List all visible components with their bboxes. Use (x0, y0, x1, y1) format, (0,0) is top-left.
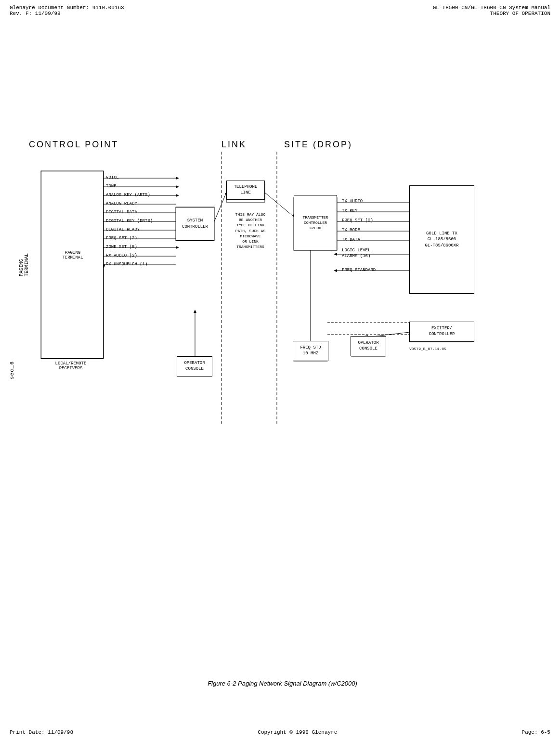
svg-marker-54 (194, 310, 196, 313)
header-doc-number: Glenayre Document Number: 9110.00163 (10, 5, 124, 11)
gold-line-tx-label: GOLD LINE TXGL-185/8600GL-T85/8600XR (425, 231, 458, 249)
signal-rx-unsquelch: RX UNSQUELCH (1) (106, 262, 147, 267)
transmitter-controller-box: TRANSMITTERCONTROLLERC2000 (294, 195, 337, 250)
header-rev: Rev. F: 11/09/98 (10, 11, 124, 16)
footer-copyright: Copyright © 1998 Glenayre (258, 729, 337, 735)
signal-tx-key: TX KEY (342, 208, 357, 213)
system-controller-label: SYSTEMCONTROLLER (182, 218, 208, 230)
gold-line-tx-box: GOLD LINE TXGL-185/8600GL-T85/8600XR (409, 185, 474, 294)
paging-terminal-box: PAGINGTERMINAL (41, 171, 104, 359)
header-section: THEORY OF OPERATION (433, 11, 550, 16)
signal-freq-set: FREQ SET (2) (106, 236, 137, 241)
footer-page: Page: 6-5 (522, 729, 550, 735)
version-label: V0579_B_97.11.05 (409, 347, 446, 351)
signal-freq-set-2: FREQ SET (2) (342, 218, 373, 223)
svg-marker-16 (176, 185, 179, 188)
signal-rx-audio: RX AUDIO (2) (106, 253, 137, 258)
svg-marker-18 (176, 194, 179, 197)
paging-terminal-label: PAGINGTERMINAL (19, 253, 29, 276)
exciter-controller-label: EXCITER/CONTROLLER (429, 326, 455, 337)
svg-marker-30 (176, 246, 179, 249)
operator-console-site-label: OPERATORCONSOLE (358, 340, 378, 351)
signal-tone: TONE (106, 184, 117, 189)
signal-tx-audio: TX AUDIO (342, 199, 363, 204)
transmitter-controller-label: TRANSMITTERCONTROLLERC2000 (303, 215, 328, 231)
footer-print-date: Print Date: 11/09/98 (10, 729, 73, 735)
operator-console-cp-label: OPERATORCONSOLE (184, 361, 205, 372)
telephone-line-box: TELEPHONELINE (226, 181, 265, 200)
link-note: THIS MAY ALSOBE ANOTHERTYPE OF LINKPATH,… (226, 212, 274, 249)
signal-digital-key: DIGITAL KEY (DRTS) (106, 219, 153, 223)
page-footer: Print Date: 11/09/98 Copyright © 1998 Gl… (0, 729, 560, 735)
signal-freq-standard: FREQ STANDARD (342, 268, 376, 273)
signal-logic-level: LOGIC LEVELALARMS (16) (342, 248, 370, 259)
operator-console-site-box: OPERATORCONSOLE (351, 336, 386, 356)
local-remote-receivers-label: LOCAL/REMOTERECEIVERS (44, 361, 97, 371)
freq-std-label: FREQ STD10 MHZ (300, 345, 321, 356)
signal-zone-set: ZONE SET (8) (106, 245, 137, 249)
signal-tx-mode: TX MODE (342, 228, 360, 233)
telephone-line-label: TELEPHONELINE (234, 184, 258, 195)
header-manual-title: GL-T8500-CN/GL-T8600-CN System Manual (433, 5, 550, 11)
header-right: GL-T8500-CN/GL-T8600-CN System Manual TH… (433, 5, 550, 16)
figure-caption: Figure 6-2 Paging Network Signal Diagram… (14, 680, 550, 687)
diagram-area: CONTROL POINT LINK SITE (DROP) (14, 29, 550, 701)
header-left: Glenayre Document Number: 9110.00163 Rev… (10, 5, 124, 16)
signal-tx-data: TX DATA (342, 237, 360, 242)
page-header: Glenayre Document Number: 9110.00163 Rev… (0, 0, 560, 18)
signal-digital-data: DIGITAL DATA (106, 210, 137, 215)
system-controller-box: SYSTEMCONTROLLER (176, 207, 214, 241)
svg-line-35 (214, 193, 226, 221)
signal-analog-key: ANALOG KEY (ARTS) (106, 193, 150, 197)
signal-analog-ready: ANALOG READY (106, 201, 137, 206)
exciter-controller-box: EXCITER/CONTROLLER (409, 322, 474, 342)
paging-terminal-text: PAGINGTERMINAL (44, 250, 101, 260)
svg-marker-14 (176, 177, 179, 180)
svg-marker-50 (334, 253, 337, 256)
operator-console-cp-box: OPERATORCONSOLE (177, 356, 212, 376)
signal-voice: VOICE (106, 175, 119, 180)
svg-marker-52 (334, 269, 337, 272)
signal-digital-ready: DIGITAL READY (106, 227, 140, 232)
freq-std-box: FREQ STD10 MHZ (293, 341, 328, 361)
